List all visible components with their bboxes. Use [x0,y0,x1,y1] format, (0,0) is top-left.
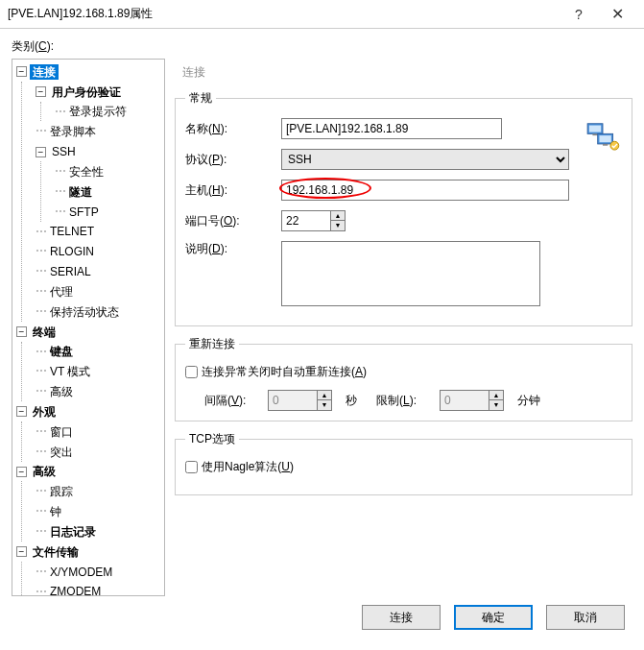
auto-reconnect-label: 连接异常关闭时自动重新连接(A) [202,364,367,380]
limit-input [441,391,489,410]
tree-item-appearance[interactable]: 外观 [30,404,59,420]
port-spinner[interactable]: ▲▼ [281,210,346,231]
host-label: 主机(H): [185,182,281,199]
connect-button[interactable]: 连接 [362,605,441,630]
tree-item-login-prompt[interactable]: 登录提示符 [66,104,130,119]
help-button[interactable]: ? [560,7,598,22]
svg-rect-1 [589,126,601,132]
interval-input [269,391,317,410]
general-group: 常规 名称(N): 协议(P): SSH [175,90,632,326]
ok-button[interactable]: 确定 [454,605,533,630]
tree-item-keepalive[interactable]: 保持活动状态 [47,304,122,320]
spin-down-icon: ▼ [489,400,503,410]
tree-item-vtmode[interactable]: VT 模式 [47,364,93,379]
tree-item-zmodem[interactable]: ZMODEM [47,584,104,596]
tree-item-logging[interactable]: 日志记录 [47,524,99,540]
dialog-footer: 连接 确定 取消 [0,595,644,639]
tree-toggle-icon[interactable]: − [16,467,27,477]
window-title: [PVE.LAN]192.168.1.89属性 [8,6,560,22]
reconnect-legend: 重新连接 [185,336,239,352]
desc-label: 说明(D): [185,241,281,257]
name-input[interactable] [281,118,502,139]
tree-item-connection[interactable]: 连接 [30,64,59,80]
tree-item-terminal[interactable]: 终端 [30,325,59,340]
tree-toggle-icon[interactable]: − [16,406,27,417]
tree-item-trace[interactable]: 跟踪 [47,484,76,499]
cancel-button[interactable]: 取消 [546,605,625,630]
tree-item-highlight[interactable]: 突出 [47,445,76,460]
close-button[interactable]: ✕ [598,5,636,23]
limit-unit: 分钟 [517,393,540,409]
name-label: 名称(N): [185,121,281,137]
category-tree[interactable]: −连接 −用户身份验证 ⋯登录提示符 ⋯登录脚本 −SSH ⋯安全性 [12,59,165,596]
tree-item-window[interactable]: 窗口 [47,424,76,440]
reconnect-group: 重新连接 连接异常关闭时自动重新连接(A) 间隔(V): ▲▼ 秒 限制(L): [175,336,632,421]
tree-item-login-script[interactable]: 登录脚本 [47,124,99,139]
tree-item-ssh[interactable]: SSH [49,144,79,159]
tree-toggle-icon[interactable]: − [36,147,46,157]
tree-item-serial[interactable]: SERIAL [47,264,94,279]
nagle-checkbox[interactable] [185,461,198,473]
port-label: 端口号(O): [185,213,281,229]
limit-label: 限制(L): [376,393,432,409]
titlebar: [PVE.LAN]192.168.1.89属性 ? ✕ [0,0,644,29]
tree-item-sftp[interactable]: SFTP [66,205,102,220]
auto-reconnect-checkbox[interactable] [185,366,198,378]
tree-item-bell[interactable]: 钟 [47,504,64,519]
category-label: 类别(C): [12,38,632,55]
spin-down-icon: ▼ [318,400,331,410]
spin-down-icon[interactable]: ▼ [331,221,345,230]
spin-up-icon[interactable]: ▲ [331,211,345,221]
interval-unit: 秒 [346,393,357,409]
interval-label: 间隔(V): [204,393,260,409]
spin-up-icon: ▲ [489,391,503,400]
protocol-label: 协议(P): [185,152,281,168]
tree-item-advanced1[interactable]: 高级 [47,384,76,399]
tree-item-tunnel[interactable]: 隧道 [66,184,95,200]
tree-item-filetransfer[interactable]: 文件传输 [30,544,82,560]
svg-rect-4 [599,135,610,142]
tree-toggle-icon[interactable]: − [16,326,27,337]
nagle-label: 使用Nagle算法(U) [202,459,294,475]
limit-spinner: ▲▼ [440,390,504,411]
tree-item-xymodem[interactable]: X/YMODEM [47,565,115,580]
tree-item-telnet[interactable]: TELNET [47,224,97,239]
tree-item-auth[interactable]: 用户身份验证 [49,84,124,100]
port-input[interactable] [282,211,330,230]
interval-spinner: ▲▼ [268,390,332,411]
svg-rect-5 [603,144,608,146]
protocol-select[interactable]: SSH [281,149,569,170]
tree-item-proxy[interactable]: 代理 [47,284,76,300]
tree-item-advanced2[interactable]: 高级 [30,464,59,479]
tcp-legend: TCP选项 [185,431,239,447]
desc-textarea[interactable] [281,241,540,306]
tree-toggle-icon[interactable]: − [16,66,27,77]
content-area: 类别(C): −连接 −用户身份验证 ⋯登录提示符 ⋯登录脚本 −SSH [0,29,644,595]
svg-rect-2 [592,133,597,135]
tree-item-keyboard[interactable]: 键盘 [47,344,76,359]
settings-panel: 连接 常规 名称(N): 协议(P): [175,59,632,596]
computers-icon [585,122,620,151]
tree-toggle-icon[interactable]: − [36,86,46,97]
spin-up-icon: ▲ [318,391,331,400]
tree-item-rlogin[interactable]: RLOGIN [47,244,97,259]
tree-item-security[interactable]: 安全性 [66,164,107,180]
general-legend: 常规 [185,90,216,107]
panel-header: 连接 [175,59,632,90]
host-input[interactable] [281,180,569,201]
tree-toggle-icon[interactable]: − [16,546,27,557]
tcp-group: TCP选项 使用Nagle算法(U) [175,431,632,495]
